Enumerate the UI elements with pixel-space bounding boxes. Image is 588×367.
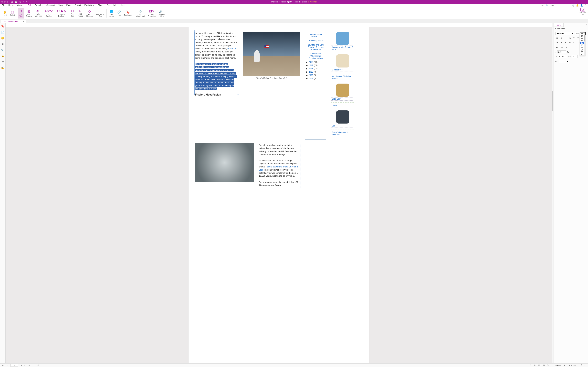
body-text[interactable]: But how could we make use of Helium-3? T… bbox=[259, 181, 300, 187]
article-title-link[interactable]: Dever's Lone Wolf - Interview bbox=[331, 131, 354, 136]
article-title-link[interactable]: God is Love: bbox=[331, 68, 354, 71]
tool-check-spelling[interactable]: ABC✓Check Spelling bbox=[43, 8, 55, 18]
print-icon[interactable]: 🖨 bbox=[19, 1, 21, 3]
menu-protect[interactable]: Protect bbox=[75, 4, 81, 7]
bold-button[interactable]: B bbox=[555, 37, 559, 40]
align-right-button[interactable]: ≡ bbox=[564, 41, 568, 44]
close-panel-icon[interactable]: ✕ bbox=[586, 24, 587, 26]
tool-edit-text[interactable]: I̲TEdit Text bbox=[18, 8, 24, 18]
collapse-ribbon-icon[interactable]: ⌃ bbox=[585, 4, 586, 7]
attachments-icon[interactable]: 📎 bbox=[1, 49, 4, 51]
related-articles-column[interactable]: Interview with Cornfox & BrosGod is Love… bbox=[331, 32, 354, 140]
more-icon[interactable]: ⋮ bbox=[568, 4, 570, 7]
highlighted-selection[interactable]: On the contrary, it would be a huge unde… bbox=[195, 63, 237, 90]
page-number-input[interactable] bbox=[10, 364, 18, 367]
writing-direction-select[interactable] bbox=[559, 60, 569, 63]
superscript-button[interactable]: T² bbox=[572, 37, 576, 40]
font-size-dropdown[interactable]: 11121416182022242628 bbox=[580, 33, 585, 56]
page-layout-b-icon[interactable]: ⧉ bbox=[37, 364, 40, 367]
traffic-lights[interactable] bbox=[1, 1, 8, 3]
align-left-button[interactable]: ≡ bbox=[555, 41, 559, 44]
article-thumbnail[interactable] bbox=[336, 110, 349, 124]
body-text[interactable]: . The entire lunar reserves could potent… bbox=[259, 169, 299, 177]
menu-help[interactable]: Help bbox=[121, 4, 125, 7]
menu-convert[interactable]: Convert bbox=[17, 4, 24, 7]
article-thumbnail[interactable] bbox=[336, 54, 349, 67]
expand-icon[interactable]: ▶ bbox=[306, 64, 308, 67]
article-thumbnail[interactable] bbox=[336, 32, 349, 45]
underline-button[interactable]: U bbox=[564, 37, 568, 40]
minimize-window-icon[interactable] bbox=[4, 1, 6, 3]
strikethrough-button[interactable]: S bbox=[568, 37, 572, 40]
archive-link[interactable]: a movie using iMovie f... bbox=[305, 32, 326, 39]
menu-edit[interactable]: Edit bbox=[28, 4, 31, 7]
zoom-out-icon[interactable]: − bbox=[551, 364, 553, 367]
pdf-page[interactable]: be one million tonnes of Helium-3 on the… bbox=[189, 27, 369, 363]
article-title-link[interactable]: Interview with Cornfox & Bros bbox=[331, 46, 354, 51]
pages-icon[interactable]: 📄 bbox=[1, 31, 4, 34]
figure-block[interactable]: There's Helium-3 in them thar hills! bbox=[243, 32, 300, 140]
menu-form[interactable]: Form bbox=[66, 4, 71, 7]
tool-hand[interactable]: ✋Hand bbox=[1, 8, 9, 18]
menu-home[interactable]: Home bbox=[8, 4, 14, 7]
year-link[interactable]: 2013 bbox=[309, 61, 313, 63]
blog-archive-widget[interactable]: a movie using iMovie f...Breathing Water… bbox=[305, 32, 326, 140]
trial-countdown[interactable]: 13 Days left in trial bbox=[579, 8, 586, 15]
font-family-select[interactable]: Helvetica bbox=[555, 32, 574, 35]
article-thumbnail[interactable] bbox=[336, 83, 349, 97]
bullet-list-button[interactable]: •≡ bbox=[555, 46, 559, 49]
text-style-section-title[interactable]: ▸ Text Style bbox=[554, 27, 588, 31]
search-icon[interactable]: 🔍 bbox=[546, 4, 548, 7]
fullscreen-icon[interactable]: ⤢ bbox=[584, 364, 587, 367]
last-page-icon[interactable]: ⇥ bbox=[28, 364, 31, 367]
align-justify-button[interactable]: ≡ bbox=[568, 41, 572, 44]
archive-link[interactable]: Bountiful and Safe Energy - The Lure of … bbox=[305, 43, 326, 52]
document-viewport[interactable]: be one million tonnes of Helium-3 on the… bbox=[6, 23, 552, 363]
archive-year-row[interactable]: ▶ 2013 (44) bbox=[305, 60, 326, 64]
tool-link[interactable]: 🔗Link bbox=[116, 8, 122, 18]
view-mode-2-icon[interactable]: ▥ bbox=[533, 364, 536, 367]
tool-link-join-text[interactable]: ABLink & Join Text bbox=[34, 8, 43, 18]
find-input[interactable] bbox=[550, 4, 566, 7]
tell-me-icon[interactable]: ⌕≡ bbox=[541, 4, 544, 7]
rotate-input[interactable] bbox=[572, 55, 578, 58]
zoom-window-icon[interactable] bbox=[7, 1, 8, 3]
menu-file[interactable]: File bbox=[2, 4, 5, 7]
page-layout-a-icon[interactable]: ▭ bbox=[33, 364, 35, 367]
expand-icon[interactable]: ▶ bbox=[306, 71, 308, 73]
archive-link[interactable]: Breathing Water bbox=[305, 39, 326, 43]
undo-icon[interactable]: ↶ bbox=[23, 1, 25, 3]
security-icon[interactable]: 🔒 bbox=[1, 54, 4, 57]
year-link[interactable]: 2010 bbox=[309, 71, 313, 73]
expand-icon[interactable]: ▶ bbox=[306, 77, 308, 80]
article-title-link[interactable]: Joe bbox=[331, 124, 354, 127]
tool-web-links[interactable]: 🌐Web Links ▾ bbox=[107, 8, 116, 18]
expand-icon[interactable]: ▶ bbox=[306, 61, 308, 63]
tool-audio-video[interactable]: 🔊▭Audio & Video bbox=[157, 8, 167, 18]
document-tab[interactable]: The Lure of Helium-3 ... ✕ bbox=[1, 20, 26, 23]
prev-page-icon[interactable]: 〈 bbox=[6, 364, 9, 367]
tool-file-attachment[interactable]: 📎File Attachment bbox=[135, 8, 146, 18]
menu-view[interactable]: View bbox=[59, 4, 63, 7]
italic-button[interactable]: I bbox=[560, 37, 563, 40]
bookmarks-icon[interactable]: 🔖 bbox=[1, 25, 4, 28]
horizontal-scale-input[interactable] bbox=[558, 55, 567, 58]
archive-year-row[interactable]: ▶ 2008 (3) bbox=[305, 77, 326, 80]
view-mode-3-icon[interactable]: ▤ bbox=[538, 364, 541, 367]
expand-icon[interactable]: ▶ bbox=[306, 74, 308, 76]
dropdown-scrollbar-thumb[interactable] bbox=[584, 35, 585, 42]
reflow-icon[interactable]: ↻ bbox=[547, 364, 550, 367]
inline-link[interactable]: Helium-3 bbox=[227, 47, 236, 50]
comments-icon[interactable]: 😊 bbox=[1, 37, 4, 40]
notification-icon[interactable]: 🔔 bbox=[576, 4, 579, 7]
redo-icon[interactable]: ↷ bbox=[26, 1, 28, 3]
archive-link[interactable]: God is Love: Wholesome Christian Values bbox=[305, 52, 326, 60]
year-link[interactable]: 2012 bbox=[309, 64, 313, 67]
line-spacing-input[interactable] bbox=[557, 50, 566, 53]
menu-comment[interactable]: Comment bbox=[46, 4, 55, 7]
article-title-link[interactable]: Little Baby bbox=[331, 97, 354, 100]
fields-icon[interactable]: ▭ bbox=[2, 60, 4, 63]
fit-page-icon[interactable]: ⛶ bbox=[579, 364, 582, 367]
year-link[interactable]: 2011 bbox=[309, 67, 313, 70]
view-mode-1-icon[interactable]: ▯ bbox=[529, 364, 531, 367]
